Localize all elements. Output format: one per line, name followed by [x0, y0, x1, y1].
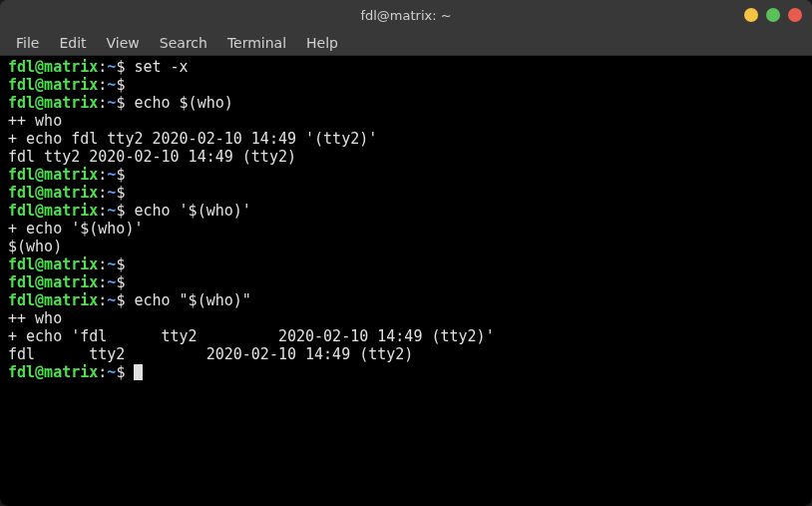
terminal-line: fdl@matrix:~$ set -x: [8, 58, 804, 76]
output-text: ++ who: [8, 112, 62, 130]
terminal-line: fdl@matrix:~$: [8, 166, 804, 184]
terminal-line: + echo fdl tty2 2020-02-10 14:49 '(tty2)…: [8, 130, 804, 148]
prompt-colon: :: [98, 184, 107, 202]
terminal-line: fdl@matrix:~$ echo "$(who)": [8, 291, 804, 309]
prompt-userhost: fdl@matrix: [8, 255, 98, 273]
terminal-line: fdl@matrix:~$ echo $(who): [8, 94, 804, 112]
prompt-sigil: $: [116, 184, 134, 202]
output-text: + echo '$(who)': [8, 220, 143, 238]
prompt-sigil: $: [116, 94, 134, 112]
prompt-colon: :: [98, 273, 107, 291]
terminal-line: ++ who: [8, 309, 804, 327]
prompt-userhost: fdl@matrix: [8, 273, 98, 291]
terminal-line: fdl@matrix:~$: [8, 363, 804, 381]
prompt-sigil: $: [116, 291, 134, 309]
prompt-userhost: fdl@matrix: [8, 184, 98, 202]
prompt-userhost: fdl@matrix: [8, 76, 98, 94]
prompt-userhost: fdl@matrix: [8, 58, 98, 76]
prompt-sigil: $: [116, 255, 134, 273]
command-text: echo "$(who)": [134, 291, 250, 309]
prompt-colon: :: [98, 94, 107, 112]
output-text: + echo 'fdl tty2 2020-02-10 14:49 (tty2)…: [8, 327, 495, 345]
prompt-userhost: fdl@matrix: [8, 166, 98, 184]
terminal-line: fdl@matrix:~$: [8, 184, 804, 202]
prompt-sigil: $: [116, 363, 134, 381]
maximize-button[interactable]: [766, 8, 780, 22]
terminal-line: fdl tty2 2020-02-10 14:49 (tty2): [8, 148, 804, 166]
menu-view[interactable]: View: [97, 32, 150, 54]
prompt-userhost: fdl@matrix: [8, 94, 98, 112]
menubar: File Edit View Search Terminal Help: [0, 30, 812, 56]
minimize-button[interactable]: [744, 8, 758, 22]
terminal-line: fdl@matrix:~$: [8, 255, 804, 273]
terminal-line: $(who): [8, 238, 804, 255]
command-text: echo '$(who)': [134, 202, 250, 220]
output-text: fdl tty2 2020-02-10 14:49 (tty2): [8, 345, 413, 363]
prompt-colon: :: [98, 202, 107, 220]
terminal-line: + echo 'fdl tty2 2020-02-10 14:49 (tty2)…: [8, 327, 804, 345]
cursor-block: [134, 364, 143, 380]
output-text: $(who): [8, 238, 62, 255]
terminal-output-area[interactable]: fdl@matrix:~$ set -xfdl@matrix:~$ fdl@ma…: [0, 56, 812, 506]
terminal-line: fdl@matrix:~$: [8, 273, 804, 291]
titlebar: fdl@matrix: ~: [0, 0, 812, 30]
prompt-colon: :: [98, 76, 107, 94]
prompt-sigil: $: [116, 76, 134, 94]
prompt-colon: :: [98, 58, 107, 76]
window-controls: [744, 8, 802, 22]
terminal-line: fdl tty2 2020-02-10 14:49 (tty2): [8, 345, 804, 363]
prompt-sigil: $: [116, 202, 134, 220]
menu-search[interactable]: Search: [150, 32, 217, 54]
window-title: fdl@matrix: ~: [360, 8, 451, 23]
prompt-sigil: $: [116, 58, 134, 76]
output-text: + echo fdl tty2 2020-02-10 14:49 '(tty2)…: [8, 130, 377, 148]
prompt-userhost: fdl@matrix: [8, 202, 98, 220]
output-text: fdl tty2 2020-02-10 14:49 (tty2): [8, 148, 296, 166]
close-button[interactable]: [788, 8, 802, 22]
menu-edit[interactable]: Edit: [49, 32, 96, 54]
prompt-sigil: $: [116, 166, 134, 184]
output-text: ++ who: [8, 309, 62, 327]
terminal-line: + echo '$(who)': [8, 220, 804, 238]
prompt-userhost: fdl@matrix: [8, 291, 98, 309]
prompt-sigil: $: [116, 273, 134, 291]
terminal-line: fdl@matrix:~$: [8, 76, 804, 94]
prompt-userhost: fdl@matrix: [8, 363, 98, 381]
menu-file[interactable]: File: [6, 32, 49, 54]
menu-help[interactable]: Help: [296, 32, 348, 54]
menu-terminal[interactable]: Terminal: [217, 32, 296, 54]
prompt-colon: :: [98, 363, 107, 381]
command-text: set -x: [134, 58, 188, 76]
terminal-line: fdl@matrix:~$ echo '$(who)': [8, 202, 804, 220]
command-text: echo $(who): [134, 94, 232, 112]
prompt-colon: :: [98, 291, 107, 309]
prompt-colon: :: [98, 166, 107, 184]
prompt-colon: :: [98, 255, 107, 273]
terminal-window: fdl@matrix: ~ File Edit View Search Term…: [0, 0, 812, 506]
terminal-line: ++ who: [8, 112, 804, 130]
